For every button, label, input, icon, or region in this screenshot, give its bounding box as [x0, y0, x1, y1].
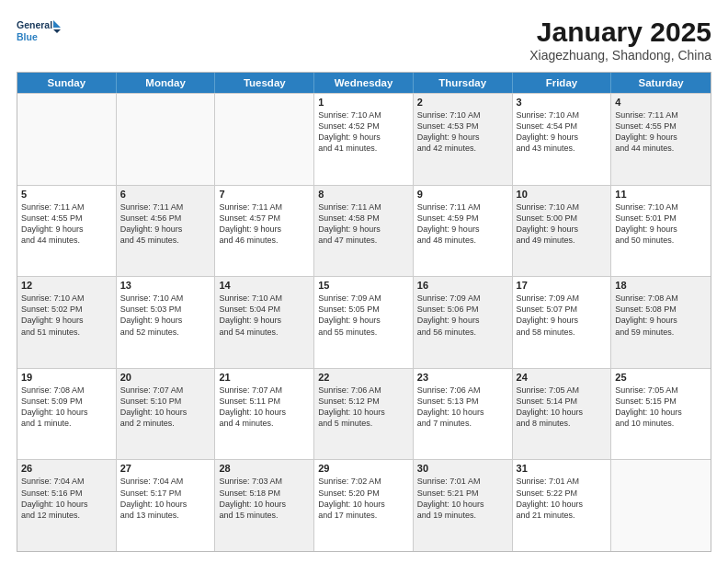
- day-info: Sunrise: 7:10 AM Sunset: 5:03 PM Dayligh…: [120, 293, 211, 338]
- calendar-header-day: Saturday: [611, 73, 711, 93]
- day-info: Sunrise: 7:10 AM Sunset: 5:00 PM Dayligh…: [517, 201, 608, 247]
- calendar-header-day: Friday: [513, 73, 612, 93]
- day-info: Sunrise: 7:10 AM Sunset: 4:53 PM Dayligh…: [417, 109, 508, 155]
- calendar-cell: 22Sunrise: 7:06 AM Sunset: 5:12 PM Dayli…: [314, 369, 414, 460]
- day-number: 18: [615, 280, 707, 291]
- day-number: 27: [120, 463, 211, 474]
- calendar-cell: 23Sunrise: 7:06 AM Sunset: 5:13 PM Dayli…: [414, 369, 513, 460]
- calendar-cell: 21Sunrise: 7:07 AM Sunset: 5:11 PM Dayli…: [215, 369, 314, 460]
- day-info: Sunrise: 7:09 AM Sunset: 5:06 PM Dayligh…: [417, 293, 508, 338]
- calendar-cell: 26Sunrise: 7:04 AM Sunset: 5:16 PM Dayli…: [17, 460, 117, 551]
- calendar-cell: 20Sunrise: 7:07 AM Sunset: 5:10 PM Dayli…: [117, 369, 216, 460]
- day-number: 22: [318, 372, 409, 383]
- calendar-cell: 1Sunrise: 7:10 AM Sunset: 4:52 PM Daylig…: [314, 94, 414, 185]
- day-number: 11: [615, 189, 707, 200]
- day-info: Sunrise: 7:10 AM Sunset: 5:01 PM Dayligh…: [615, 201, 707, 247]
- day-number: 15: [318, 280, 409, 291]
- day-number: 2: [417, 97, 508, 108]
- calendar-cell: 16Sunrise: 7:09 AM Sunset: 5:06 PM Dayli…: [414, 277, 513, 368]
- day-number: 14: [219, 280, 310, 291]
- day-info: Sunrise: 7:11 AM Sunset: 4:58 PM Dayligh…: [318, 201, 409, 247]
- calendar-cell: 2Sunrise: 7:10 AM Sunset: 4:53 PM Daylig…: [414, 94, 513, 185]
- calendar-cell: 5Sunrise: 7:11 AM Sunset: 4:55 PM Daylig…: [17, 186, 117, 277]
- calendar-cell-empty: [117, 94, 216, 185]
- day-number: 21: [219, 372, 310, 383]
- day-info: Sunrise: 7:11 AM Sunset: 4:59 PM Dayligh…: [417, 201, 508, 247]
- svg-marker-3: [53, 29, 61, 33]
- day-info: Sunrise: 7:01 AM Sunset: 5:21 PM Dayligh…: [417, 476, 508, 521]
- svg-text:General: General: [17, 19, 52, 30]
- subtitle: Xiagezhuang, Shandong, China: [529, 48, 711, 63]
- calendar-cell: 9Sunrise: 7:11 AM Sunset: 4:59 PM Daylig…: [414, 186, 513, 277]
- calendar-cell: 27Sunrise: 7:04 AM Sunset: 5:17 PM Dayli…: [117, 460, 216, 551]
- calendar-cell: 24Sunrise: 7:05 AM Sunset: 5:14 PM Dayli…: [513, 369, 612, 460]
- calendar-cell: 19Sunrise: 7:08 AM Sunset: 5:09 PM Dayli…: [17, 369, 117, 460]
- day-number: 1: [318, 97, 409, 108]
- day-number: 4: [615, 97, 707, 108]
- day-number: 26: [21, 463, 112, 474]
- calendar-cell: 12Sunrise: 7:10 AM Sunset: 5:02 PM Dayli…: [17, 277, 117, 368]
- day-number: 19: [21, 372, 112, 383]
- calendar-cell: 10Sunrise: 7:10 AM Sunset: 5:00 PM Dayli…: [513, 186, 612, 277]
- day-number: 20: [120, 372, 211, 383]
- calendar-week-row: 26Sunrise: 7:04 AM Sunset: 5:16 PM Dayli…: [17, 459, 711, 551]
- svg-text:Blue: Blue: [17, 31, 38, 42]
- day-number: 7: [219, 189, 310, 200]
- day-number: 23: [417, 372, 508, 383]
- day-info: Sunrise: 7:06 AM Sunset: 5:13 PM Dayligh…: [417, 385, 508, 430]
- day-number: 17: [517, 280, 608, 291]
- day-number: 12: [21, 280, 112, 291]
- calendar-header-row: SundayMondayTuesdayWednesdayThursdayFrid…: [17, 73, 711, 93]
- calendar-cell: 31Sunrise: 7:01 AM Sunset: 5:22 PM Dayli…: [513, 460, 612, 551]
- calendar-cell-empty: [215, 94, 314, 185]
- main-title: January 2025: [529, 17, 711, 48]
- title-block: January 2025 Xiagezhuang, Shandong, Chin…: [529, 17, 711, 63]
- calendar-cell: 11Sunrise: 7:10 AM Sunset: 5:01 PM Dayli…: [611, 186, 711, 277]
- calendar-cell: 13Sunrise: 7:10 AM Sunset: 5:03 PM Dayli…: [117, 277, 216, 368]
- day-number: 16: [417, 280, 508, 291]
- calendar-cell: 8Sunrise: 7:11 AM Sunset: 4:58 PM Daylig…: [314, 186, 414, 277]
- calendar-week-row: 12Sunrise: 7:10 AM Sunset: 5:02 PM Dayli…: [17, 276, 711, 368]
- calendar-week-row: 19Sunrise: 7:08 AM Sunset: 5:09 PM Dayli…: [17, 368, 711, 460]
- logo: General Blue: [17, 17, 63, 50]
- day-number: 13: [120, 280, 211, 291]
- calendar-week-row: 5Sunrise: 7:11 AM Sunset: 4:55 PM Daylig…: [17, 185, 711, 277]
- day-info: Sunrise: 7:07 AM Sunset: 5:11 PM Dayligh…: [219, 385, 310, 430]
- day-info: Sunrise: 7:06 AM Sunset: 5:12 PM Dayligh…: [318, 385, 409, 430]
- day-info: Sunrise: 7:10 AM Sunset: 4:52 PM Dayligh…: [318, 109, 409, 155]
- calendar-cell: 25Sunrise: 7:05 AM Sunset: 5:15 PM Dayli…: [611, 369, 711, 460]
- calendar-header-day: Wednesday: [314, 73, 414, 93]
- day-number: 9: [417, 189, 508, 200]
- day-number: 31: [517, 463, 608, 474]
- day-number: 3: [517, 97, 608, 108]
- calendar-cell: 29Sunrise: 7:02 AM Sunset: 5:20 PM Dayli…: [314, 460, 414, 551]
- day-info: Sunrise: 7:11 AM Sunset: 4:55 PM Dayligh…: [21, 201, 112, 247]
- day-info: Sunrise: 7:10 AM Sunset: 5:04 PM Dayligh…: [219, 293, 310, 338]
- day-info: Sunrise: 7:07 AM Sunset: 5:10 PM Dayligh…: [120, 385, 211, 430]
- day-info: Sunrise: 7:04 AM Sunset: 5:17 PM Dayligh…: [120, 476, 211, 521]
- day-info: Sunrise: 7:11 AM Sunset: 4:55 PM Dayligh…: [615, 109, 707, 155]
- calendar-header-day: Sunday: [17, 73, 117, 93]
- day-info: Sunrise: 7:04 AM Sunset: 5:16 PM Dayligh…: [21, 476, 112, 521]
- calendar-cell: 6Sunrise: 7:11 AM Sunset: 4:56 PM Daylig…: [117, 186, 216, 277]
- calendar-cell: 28Sunrise: 7:03 AM Sunset: 5:18 PM Dayli…: [215, 460, 314, 551]
- day-info: Sunrise: 7:01 AM Sunset: 5:22 PM Dayligh…: [517, 476, 608, 521]
- day-number: 6: [120, 189, 211, 200]
- calendar-cell: 15Sunrise: 7:09 AM Sunset: 5:05 PM Dayli…: [314, 277, 414, 368]
- day-info: Sunrise: 7:09 AM Sunset: 5:05 PM Dayligh…: [318, 293, 409, 338]
- day-number: 28: [219, 463, 310, 474]
- day-info: Sunrise: 7:11 AM Sunset: 4:57 PM Dayligh…: [219, 201, 310, 247]
- day-info: Sunrise: 7:10 AM Sunset: 4:54 PM Dayligh…: [517, 109, 608, 155]
- day-info: Sunrise: 7:11 AM Sunset: 4:56 PM Dayligh…: [120, 201, 211, 247]
- day-info: Sunrise: 7:05 AM Sunset: 5:15 PM Dayligh…: [615, 385, 707, 430]
- day-number: 30: [417, 463, 508, 474]
- day-info: Sunrise: 7:02 AM Sunset: 5:20 PM Dayligh…: [318, 476, 409, 521]
- calendar-cell-empty: [17, 94, 117, 185]
- day-number: 5: [21, 189, 112, 200]
- day-number: 24: [517, 372, 608, 383]
- day-info: Sunrise: 7:08 AM Sunset: 5:09 PM Dayligh…: [21, 385, 112, 430]
- day-info: Sunrise: 7:09 AM Sunset: 5:07 PM Dayligh…: [517, 293, 608, 338]
- day-number: 8: [318, 189, 409, 200]
- calendar-cell: 4Sunrise: 7:11 AM Sunset: 4:55 PM Daylig…: [611, 94, 711, 185]
- day-number: 29: [318, 463, 409, 474]
